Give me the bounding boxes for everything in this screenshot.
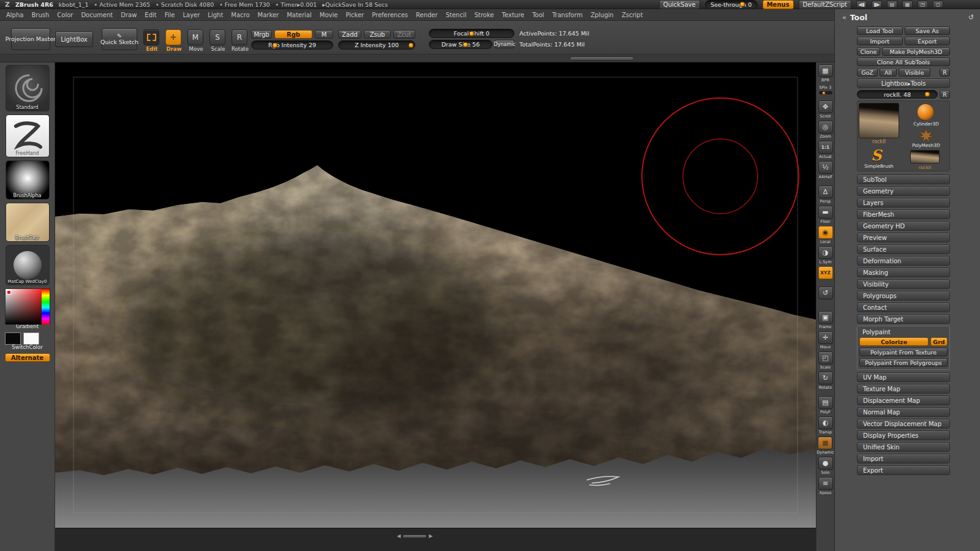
bpr-icon[interactable]: ▦	[818, 64, 833, 77]
zcut-button[interactable]: Zcut	[393, 30, 415, 39]
rs-move[interactable]: ✛ Move	[818, 331, 833, 350]
export-button[interactable]: Export	[905, 37, 951, 45]
xpose-icon[interactable]: ≡	[818, 477, 833, 490]
dock-right-icon[interactable]: ▮▶	[872, 1, 882, 8]
rs-floor[interactable]: ▬ Floor	[818, 206, 833, 224]
rs-spix[interactable]: SPix 3	[819, 84, 832, 94]
goz-button[interactable]: GoZ	[857, 68, 878, 77]
menu-tool[interactable]: Tool	[532, 12, 544, 18]
scroll-hand-icon[interactable]: ✥	[818, 100, 833, 113]
tool-section-polygroups[interactable]: Polygroups	[857, 291, 950, 301]
document-canvas[interactable]	[55, 62, 816, 528]
z-intensity-knob[interactable]	[408, 42, 413, 48]
import-button[interactable]: Import	[857, 37, 903, 45]
viewport-render[interactable]	[55, 62, 816, 528]
tool-section-import[interactable]: Import	[857, 454, 950, 463]
perspective-icon[interactable]: ∆	[818, 186, 833, 198]
hue-bar[interactable]	[42, 289, 50, 324]
rs-dynamic[interactable]: ■ Dynamic	[816, 437, 834, 455]
tool-section-masking[interactable]: Masking	[857, 268, 950, 277]
rs-actual[interactable]: 1:1 Actual	[818, 141, 833, 159]
alpha-thumb[interactable]: BrushAlpha	[6, 160, 50, 200]
rgb-button[interactable]: Rgb	[274, 30, 312, 39]
rs-local[interactable]: ◉ Local	[818, 226, 833, 244]
pivot-reset-icon[interactable]: ↺	[818, 287, 833, 299]
layout-grid-icon[interactable]: ▦	[902, 1, 913, 8]
draw-size-knob[interactable]	[463, 42, 469, 47]
menu-light[interactable]: Light	[208, 12, 223, 18]
move-mode-button[interactable]: M Move	[187, 29, 205, 52]
menus-button[interactable]: Menus	[763, 0, 794, 9]
panel-reset-icon[interactable]: ↺	[968, 13, 974, 21]
rotate-icon[interactable]: R	[232, 29, 247, 45]
tool-section-contact[interactable]: Contact	[857, 302, 950, 312]
polypaint-title[interactable]: Polypaint	[862, 329, 948, 335]
dock-left-icon[interactable]: ◀▮	[856, 1, 867, 8]
focal-shift-slider[interactable]: Focal Shift 0	[429, 29, 514, 38]
polyframe-icon[interactable]: ▤	[818, 396, 833, 409]
rotate-3d-icon[interactable]: ↻	[818, 372, 833, 384]
move-icon[interactable]: M	[187, 29, 203, 45]
menu-alpha[interactable]: Alpha	[6, 12, 23, 18]
rs-lsym[interactable]: ◑ L.Sym	[818, 246, 833, 264]
polypaint-from-polygroups-button[interactable]: Polypaint From Polygroups	[859, 358, 948, 367]
menu-picker[interactable]: Picker	[345, 12, 364, 18]
spix-slider[interactable]	[819, 91, 832, 94]
scale-mode-button[interactable]: S Scale	[209, 29, 227, 52]
tool-section-subtool[interactable]: SubTool	[857, 174, 950, 184]
active-tool-knob[interactable]	[925, 92, 930, 97]
rs-frame[interactable]: ▣ Frame	[818, 311, 833, 329]
rotate-mode-button[interactable]: R Rotate	[232, 29, 249, 52]
tool-section-visibility[interactable]: Visibility	[857, 279, 950, 289]
menu-file[interactable]: File	[165, 12, 175, 18]
projection-master-button[interactable]: Projection Master	[11, 28, 50, 50]
goz-r-button[interactable]: R	[940, 68, 950, 77]
mrgb-button[interactable]: Mrgb	[251, 30, 272, 39]
layout-rows-icon[interactable]: ▤	[887, 1, 897, 8]
tool-section-export[interactable]: Export	[857, 465, 950, 475]
quicksave-button[interactable]: QuickSave	[659, 0, 700, 9]
move-3d-icon[interactable]: ✛	[818, 331, 833, 344]
tool-section-geometry[interactable]: Geometry	[857, 186, 950, 196]
tool-section-display-properties[interactable]: Display Properties	[857, 430, 950, 440]
tool-section-vector-displacement-map[interactable]: Vector Displacement Map	[857, 419, 950, 429]
menu-zplugin[interactable]: Zplugin	[590, 12, 614, 18]
rs-solo[interactable]: ● Solo	[818, 457, 833, 475]
load-tool-button[interactable]: Load Tool	[857, 26, 903, 35]
rs-aahalf[interactable]: ½ AAHalf	[818, 161, 833, 179]
menu-document[interactable]: Document	[81, 12, 113, 18]
tool-section-morph-target[interactable]: Morph Target	[857, 314, 950, 324]
dynamic-thumb-icon[interactable]: ■	[818, 437, 832, 449]
zoom-icon[interactable]: ◎	[818, 121, 833, 133]
m-button[interactable]: M	[315, 30, 333, 39]
menu-edit[interactable]: Edit	[145, 12, 156, 18]
make-polymesh3d-button[interactable]: Make PolyMesh3D	[882, 47, 950, 56]
menu-draw[interactable]: Draw	[121, 12, 137, 18]
lightbox-tools-bar[interactable]: Lightbox▸Tools	[857, 78, 950, 88]
menu-zscript[interactable]: Zscript	[622, 12, 643, 18]
transparency-icon[interactable]: ◐	[818, 416, 833, 429]
menu-layer[interactable]: Layer	[183, 12, 200, 18]
clone-button[interactable]: Clone	[857, 47, 880, 56]
rs-pivot[interactable]: ↺	[818, 287, 833, 305]
menu-render[interactable]: Render	[416, 12, 438, 18]
panel-collapse-icon[interactable]: «	[842, 13, 846, 21]
scroll-left-icon[interactable]: ◀	[397, 533, 401, 539]
rs-xpose[interactable]: ≡ Xpose	[818, 477, 833, 495]
tool-section-deformation[interactable]: Deformation	[857, 256, 950, 266]
rgb-intensity-knob[interactable]	[273, 42, 278, 48]
menu-color[interactable]: Color	[57, 12, 73, 18]
dynamic-button[interactable]: Dynamic	[495, 40, 514, 48]
rs-transp[interactable]: ◐ Transp	[818, 416, 833, 435]
grd-button[interactable]: Grd	[930, 337, 948, 346]
frame-icon[interactable]: ▣	[818, 311, 833, 324]
scale-3d-icon[interactable]: ◰	[818, 351, 833, 364]
rgb-intensity-slider[interactable]: Rgb Intensity 29	[251, 40, 333, 50]
simplebrush-thumb[interactable]: S	[871, 146, 881, 164]
color-picker[interactable]	[5, 288, 50, 324]
lock-icon[interactable]: ◻	[933, 1, 943, 8]
actual-size-icon[interactable]: 1:1	[818, 141, 833, 154]
recent-tool-thumb[interactable]	[910, 150, 940, 163]
goz-all-button[interactable]: All	[880, 68, 897, 77]
clone-all-subtools-button[interactable]: Clone All SubTools	[857, 58, 950, 66]
